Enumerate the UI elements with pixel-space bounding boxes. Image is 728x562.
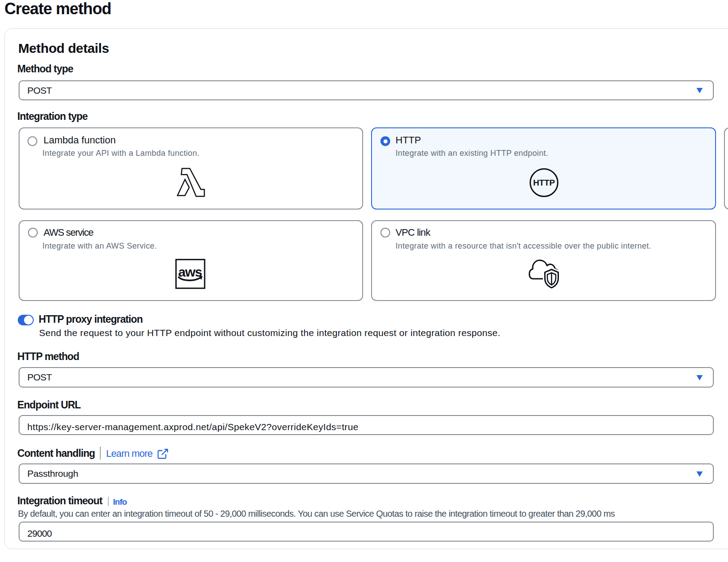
svg-text:aws: aws [178, 265, 202, 279]
